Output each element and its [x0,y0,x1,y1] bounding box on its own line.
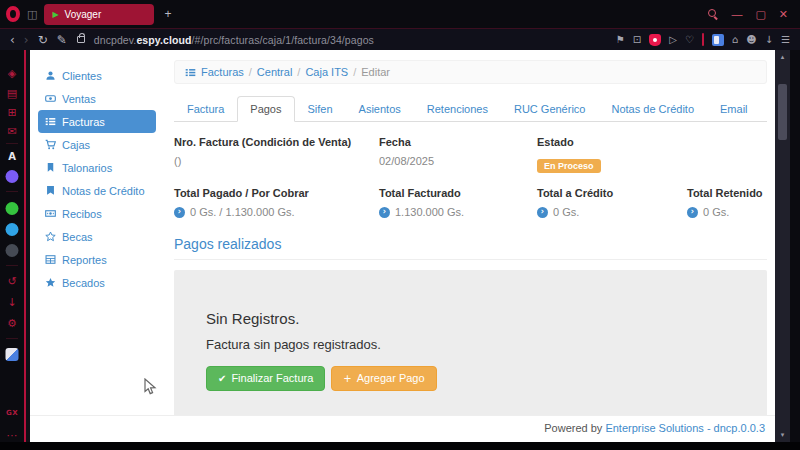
button-label: Finalizar Factura [231,372,313,385]
empty-state-actions: ✔ Finalizar Factura + Agregar Pago [206,366,767,391]
history-icon[interactable]: ↺ [7,276,16,287]
heart-icon[interactable]: ♡ [685,35,694,45]
url-domain: espy.cloud [136,34,191,46]
pen-icon[interactable]: ✎ [57,34,67,46]
sidebar-item-becas[interactable]: Becas [38,225,156,248]
sidebar-item-ventas[interactable]: Ventas [38,87,156,110]
tab-pagos[interactable]: Pagos [237,96,294,122]
sidebar-item-talonarios[interactable]: Talonarios [38,156,156,179]
field-estado: Estado En Proceso [537,136,687,187]
arrow-circle-icon: › [687,207,698,218]
browser-toolbar: ‹ › ↻ ✎ dncpdev.espy.cloud/#/prc/factura… [0,28,800,50]
aria-ai-icon[interactable]: A [8,152,16,162]
agregar-pago-button[interactable]: + Agregar Pago [331,366,436,391]
footer-link[interactable]: Enterprise Solutions - dncp.0.0.3 [605,422,765,434]
telegram-icon[interactable] [6,223,19,236]
workspace-icon[interactable]: ◫ [27,8,37,21]
messenger-icon[interactable]: ✉ [7,126,16,137]
address-bar[interactable]: dncpdev.espy.cloud/#/prc/facturas/caja/1… [94,34,374,46]
tab-email[interactable]: Email [707,96,761,122]
minimize-button[interactable]: — [731,8,742,20]
whatsapp-icon[interactable] [6,202,19,215]
star-filled-icon [45,277,56,288]
field-nro-factura: Nro. Factura (Condición de Venta) () [174,136,379,187]
breadcrumb-link-caja-its[interactable]: Caja ITS [305,66,348,78]
arrow-circle-icon: › [379,207,390,218]
sidebar-item-recibos[interactable]: Recibos [38,202,156,225]
sidebar-item-label: Becas [62,231,93,243]
player-icon[interactable]: ▷ [669,35,677,45]
page-content: Clientes Ventas Facturas Cajas [30,50,775,415]
sidebar-setup-icon[interactable]: ⌂ [732,35,738,45]
discord-icon[interactable] [6,244,19,257]
breadcrumb-link-facturas[interactable]: Facturas [201,66,244,78]
breadcrumb-separator: / [297,66,300,78]
reload-icon[interactable]: ↻ [38,34,48,46]
invoice-summary: Nro. Factura (Condición de Venta) () Fec… [174,136,767,232]
browser-tab[interactable]: ▶ Voyager [44,4,154,25]
page-footer: Powered by Enterprise Solutions - dncp.0… [30,415,775,442]
lock-icon[interactable] [77,36,85,43]
scrollbar-thumb[interactable] [778,84,787,140]
purple-app-icon[interactable] [6,170,19,183]
app-sidebar: Clientes Ventas Facturas Cajas [30,50,162,415]
section-title-pagos-realizados: Pagos realizados [174,236,767,260]
speed-dial-icon[interactable]: ◈ [8,68,16,79]
tab-factura[interactable]: Factura [174,96,237,122]
sales-icon [45,93,56,104]
page-scrollbar[interactable]: ▴ ▾ [775,50,790,442]
opera-logo-icon[interactable] [6,6,20,22]
menu-icon[interactable]: ☰ [781,35,790,45]
tab-ruc-generico[interactable]: RUC Genérico [501,96,599,122]
check-icon: ✔ [218,373,226,385]
new-tab-button[interactable]: + [161,7,174,21]
sidebar-item-becados[interactable]: Becados [38,271,156,294]
breadcrumb: Facturas / Central / Caja ITS / Editar [174,60,767,84]
tab-grid-icon[interactable]: ⊞ [7,107,16,118]
downloads-icon[interactable]: ↓ [765,35,773,45]
search-icon[interactable] [708,9,718,19]
field-empty [687,136,767,187]
extension-icon[interactable] [712,34,724,46]
field-value: 0 Gs. [703,206,729,218]
sidebar-item-clientes[interactable]: Clientes [38,64,156,87]
settings-gear-icon[interactable]: ⚙ [7,318,17,329]
profile-icon[interactable]: ☻ [746,35,756,45]
plus-icon: + [343,373,351,385]
breadcrumb-link-central[interactable]: Central [257,66,292,78]
forward-icon[interactable]: › [24,34,29,46]
sidebar-item-notas-de-credito[interactable]: Notas de Crédito [38,179,156,202]
scroll-down-icon[interactable]: ▾ [775,431,790,439]
field-label: Total a Crédito [537,187,687,199]
sidebar-item-cajas[interactable]: Cajas [38,133,156,156]
tab-sifen[interactable]: Sifen [295,96,346,122]
pin-icon[interactable]: ⚑ [616,35,625,45]
sidebar-item-reportes[interactable]: Reportes [38,248,156,271]
arrow-circle-icon: › [537,207,548,218]
sidebar-item-label: Clientes [62,70,102,82]
rail-overflow-icon[interactable]: ⋯ [7,430,18,441]
tab-title: Voyager [65,9,102,20]
scroll-up-icon[interactable]: ▴ [775,53,790,61]
url-path: /#/prc/facturas/caja/1/factura/34/pagos [191,34,374,46]
toolbar-separator [702,33,704,46]
gx-box-icon[interactable]: ▤ [7,88,17,99]
snapshot-icon[interactable]: ⊡ [633,35,641,45]
close-button[interactable]: ✕ [779,8,788,21]
sidebar-item-facturas[interactable]: Facturas [38,110,156,133]
empty-state-panel: Sin Registros. Factura sin pagos registr… [174,270,767,415]
rail-downloads-icon[interactable]: ↓ [7,297,16,308]
tab-asientos[interactable]: Asientos [346,96,414,122]
back-icon[interactable]: ‹ [10,34,15,46]
list-icon [185,67,196,78]
vpn-badge-icon[interactable] [649,34,661,46]
rail-separator [6,265,18,266]
tab-retenciones[interactable]: Retenciones [414,96,501,122]
finalizar-factura-button[interactable]: ✔ Finalizar Factura [206,366,325,391]
tab-notas-de-credito[interactable]: Notas de Crédito [598,96,707,122]
gx-corner-icon[interactable]: GX [6,410,18,417]
maximize-button[interactable]: ▢ [755,8,765,21]
sidebar-item-label: Recibos [62,208,102,220]
shield-extension-icon[interactable] [6,348,19,361]
sidebar-item-label: Ventas [62,93,96,105]
